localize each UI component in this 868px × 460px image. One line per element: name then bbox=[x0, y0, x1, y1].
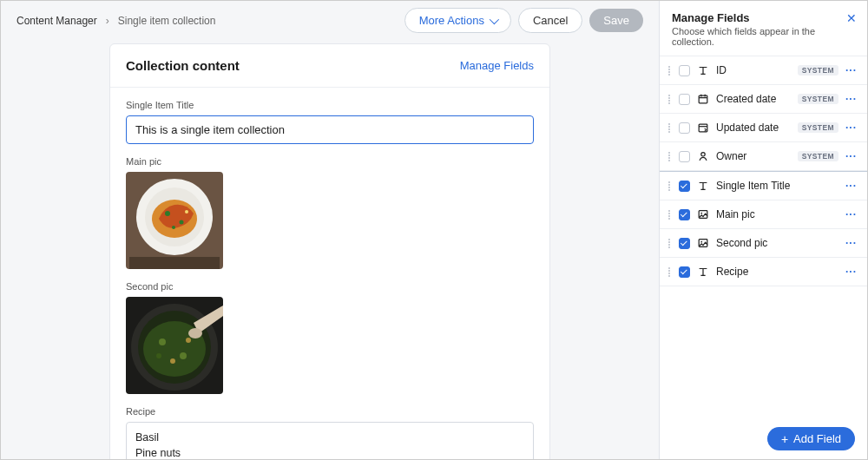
main-pane: Content Manager › Single item collection… bbox=[1, 1, 659, 459]
card-body: Single Item Title Main pic bbox=[110, 88, 549, 459]
panel-title: Manage Fields bbox=[672, 11, 855, 24]
breadcrumb: Content Manager › Single item collection bbox=[16, 15, 215, 27]
field-label-recipe: Recipe bbox=[126, 406, 534, 417]
panel-footer: + Add Field bbox=[660, 418, 867, 459]
content-scroll[interactable]: Collection content Manage Fields Single … bbox=[1, 40, 659, 459]
drag-handle-icon[interactable] bbox=[667, 123, 672, 133]
field-more-icon[interactable]: ··· bbox=[845, 93, 857, 105]
field-checkbox[interactable] bbox=[679, 94, 690, 105]
system-badge: SYSTEM bbox=[798, 94, 838, 104]
drag-handle-icon[interactable] bbox=[667, 152, 672, 161]
panel-header: Manage Fields Choose which fields appear… bbox=[660, 1, 867, 56]
breadcrumb-leaf: Single item collection bbox=[118, 15, 216, 27]
field-checkbox[interactable] bbox=[679, 266, 690, 278]
system-badge: SYSTEM bbox=[798, 65, 838, 76]
svg-point-25 bbox=[700, 241, 702, 243]
field-more-icon[interactable]: ··· bbox=[845, 208, 857, 220]
field-name: Recipe bbox=[716, 266, 838, 278]
svg-point-13 bbox=[159, 338, 166, 345]
recipe-textarea[interactable]: Basil Pine nuts Olive oil Parmesan Garli… bbox=[126, 422, 534, 459]
svg-point-23 bbox=[700, 213, 702, 214]
svg-rect-20 bbox=[699, 124, 707, 132]
manage-fields-panel: Manage Fields Choose which fields appear… bbox=[659, 1, 867, 459]
person-icon bbox=[697, 150, 709, 162]
text-icon bbox=[697, 64, 709, 76]
field-row: IDSYSTEM··· bbox=[660, 56, 867, 85]
svg-point-14 bbox=[180, 352, 187, 359]
close-icon[interactable]: ✕ bbox=[846, 11, 857, 25]
drag-handle-icon[interactable] bbox=[667, 267, 672, 277]
field-name: Owner bbox=[716, 150, 791, 162]
topbar: Content Manager › Single item collection… bbox=[1, 1, 659, 40]
field-checkbox[interactable] bbox=[679, 65, 690, 76]
main-pic-thumb[interactable] bbox=[126, 172, 223, 269]
field-name: Created date bbox=[716, 93, 791, 105]
field-row: Updated dateSYSTEM··· bbox=[660, 114, 867, 142]
more-actions-button[interactable]: More Actions bbox=[404, 8, 511, 33]
field-row: Recipe··· bbox=[660, 258, 867, 286]
field-row: Created dateSYSTEM··· bbox=[660, 85, 867, 114]
svg-point-7 bbox=[172, 226, 175, 229]
add-field-button[interactable]: + Add Field bbox=[767, 427, 855, 450]
svg-point-15 bbox=[170, 358, 175, 364]
manage-fields-link[interactable]: Manage Fields bbox=[460, 59, 534, 72]
single-item-title-input[interactable] bbox=[126, 115, 534, 144]
field-row: Second pic··· bbox=[660, 229, 867, 258]
field-label-title: Single Item Title bbox=[126, 100, 534, 110]
svg-rect-1 bbox=[129, 257, 220, 269]
drag-handle-icon[interactable] bbox=[667, 66, 672, 76]
drag-handle-icon[interactable] bbox=[667, 239, 672, 248]
text-icon bbox=[697, 266, 709, 278]
svg-point-8 bbox=[185, 210, 188, 214]
chevron-right-icon: › bbox=[106, 15, 109, 27]
field-checkbox[interactable] bbox=[679, 122, 690, 134]
breadcrumb-root[interactable]: Content Manager bbox=[16, 15, 97, 27]
svg-point-6 bbox=[180, 220, 184, 225]
panel-subtitle: Choose which fields appear in the collec… bbox=[672, 26, 855, 47]
chevron-down-icon bbox=[490, 14, 499, 23]
text-icon bbox=[697, 180, 709, 192]
field-checkbox[interactable] bbox=[679, 151, 690, 162]
svg-rect-19 bbox=[699, 95, 707, 103]
field-checkbox[interactable] bbox=[679, 209, 690, 220]
field-more-icon[interactable]: ··· bbox=[845, 150, 857, 162]
card-header: Collection content Manage Fields bbox=[110, 44, 549, 88]
field-row: Single Item Title··· bbox=[660, 171, 867, 200]
plus-icon: + bbox=[781, 433, 788, 445]
card-title: Collection content bbox=[126, 58, 240, 73]
drag-handle-icon[interactable] bbox=[667, 95, 672, 104]
field-checkbox[interactable] bbox=[679, 181, 690, 192]
field-name: ID bbox=[716, 64, 791, 76]
field-more-icon[interactable]: ··· bbox=[845, 237, 857, 249]
field-name: Second pic bbox=[716, 237, 838, 249]
collection-card: Collection content Manage Fields Single … bbox=[109, 43, 550, 459]
svg-point-17 bbox=[156, 353, 161, 358]
field-more-icon[interactable]: ··· bbox=[845, 64, 857, 76]
field-more-icon[interactable]: ··· bbox=[845, 266, 857, 278]
field-name: Single Item Title bbox=[716, 180, 838, 192]
drag-handle-icon[interactable] bbox=[667, 181, 672, 191]
system-badge: SYSTEM bbox=[798, 122, 838, 133]
field-more-icon[interactable]: ··· bbox=[845, 122, 857, 134]
more-actions-label: More Actions bbox=[419, 14, 484, 27]
second-pic-thumb[interactable] bbox=[126, 297, 223, 394]
field-label-main-pic: Main pic bbox=[126, 156, 534, 167]
date-icon bbox=[697, 93, 709, 105]
field-more-icon[interactable]: ··· bbox=[845, 180, 857, 192]
field-name: Main pic bbox=[716, 208, 838, 220]
field-row: OwnerSYSTEM··· bbox=[660, 142, 867, 171]
main-pic-image bbox=[126, 172, 223, 269]
field-label-second-pic: Second pic bbox=[126, 281, 534, 292]
image-icon bbox=[697, 208, 709, 220]
svg-point-18 bbox=[188, 328, 202, 338]
save-button[interactable]: Save bbox=[589, 9, 643, 32]
fields-list: IDSYSTEM···Created dateSYSTEM···Updated … bbox=[660, 56, 867, 418]
field-row: Main pic··· bbox=[660, 200, 867, 229]
cancel-button[interactable]: Cancel bbox=[518, 8, 582, 33]
field-checkbox[interactable] bbox=[679, 238, 690, 249]
svg-point-16 bbox=[186, 338, 191, 343]
svg-point-5 bbox=[165, 211, 170, 216]
image-icon bbox=[697, 237, 709, 249]
drag-handle-icon[interactable] bbox=[667, 210, 672, 220]
system-badge: SYSTEM bbox=[798, 151, 838, 161]
